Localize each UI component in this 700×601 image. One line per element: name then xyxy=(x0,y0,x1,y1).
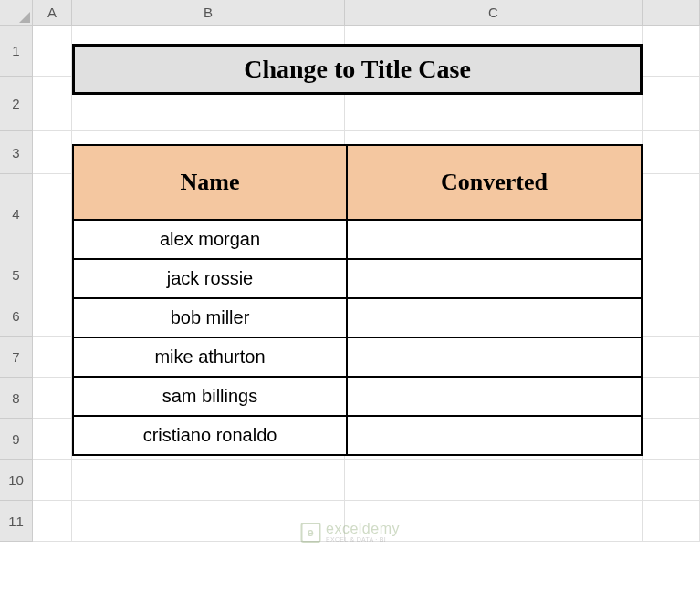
cell-d2[interactable] xyxy=(643,77,700,131)
cell-c10[interactable] xyxy=(345,460,643,501)
table-row: mike athurton xyxy=(73,337,642,377)
table-row: alex morgan xyxy=(73,220,642,259)
cell-c11[interactable] xyxy=(345,501,643,542)
cell-a3[interactable] xyxy=(33,131,72,174)
cell-a8[interactable] xyxy=(33,378,72,419)
cell-name[interactable]: jack rossie xyxy=(73,259,347,298)
cell-converted[interactable] xyxy=(347,298,642,337)
row-header-6[interactable]: 6 xyxy=(0,295,33,337)
cell-name[interactable]: mike athurton xyxy=(73,337,347,377)
row-header-3[interactable]: 3 xyxy=(0,131,33,174)
page-title: Change to Title Case xyxy=(244,55,471,84)
header-name: Name xyxy=(73,145,347,220)
cell-a6[interactable] xyxy=(33,295,72,337)
cell-name[interactable]: bob miller xyxy=(73,298,347,337)
cell-converted[interactable] xyxy=(347,377,642,416)
cell-name[interactable]: alex morgan xyxy=(73,220,347,259)
cell-a4[interactable] xyxy=(33,174,72,254)
cell-b11[interactable] xyxy=(72,501,345,542)
cell-a9[interactable] xyxy=(33,419,72,460)
table-row: bob miller xyxy=(73,298,642,337)
cell-name[interactable]: sam billings xyxy=(73,377,347,416)
cell-a5[interactable] xyxy=(33,254,72,295)
cell-converted[interactable] xyxy=(347,337,642,377)
table-row: cristiano ronaldo xyxy=(73,416,642,455)
cell-d11[interactable] xyxy=(643,501,700,542)
table-header-row: Name Converted xyxy=(73,145,642,220)
cell-a7[interactable] xyxy=(33,337,72,378)
row-header-11[interactable]: 11 xyxy=(0,501,33,542)
table-row: sam billings xyxy=(73,377,642,416)
cell-d5[interactable] xyxy=(643,254,700,295)
row-header-7[interactable]: 7 xyxy=(0,337,33,378)
cell-d6[interactable] xyxy=(643,295,700,337)
header-converted: Converted xyxy=(347,145,642,220)
row-header-4[interactable]: 4 xyxy=(0,174,33,254)
row-header-8[interactable]: 8 xyxy=(0,378,33,419)
cell-d4[interactable] xyxy=(643,174,700,254)
cell-converted[interactable] xyxy=(347,259,642,298)
cell-d1[interactable] xyxy=(643,26,700,77)
cell-a2[interactable] xyxy=(33,77,72,131)
cell-converted[interactable] xyxy=(347,416,642,455)
col-header-a[interactable]: A xyxy=(33,0,72,26)
row-header-9[interactable]: 9 xyxy=(0,419,33,460)
row-header-10[interactable]: 10 xyxy=(0,460,33,501)
cell-a10[interactable] xyxy=(33,460,72,501)
table-row: jack rossie xyxy=(73,259,642,298)
cell-b10[interactable] xyxy=(72,460,345,501)
cell-d10[interactable] xyxy=(643,460,700,501)
cell-name[interactable]: cristiano ronaldo xyxy=(73,416,347,455)
col-header-c[interactable]: C xyxy=(345,0,643,26)
row-header-2[interactable]: 2 xyxy=(0,77,33,131)
cell-a11[interactable] xyxy=(33,501,72,542)
cell-d3[interactable] xyxy=(643,131,700,174)
cell-d9[interactable] xyxy=(643,419,700,460)
cell-converted[interactable] xyxy=(347,220,642,259)
col-header-blank[interactable] xyxy=(643,0,700,26)
data-table: Name Converted alex morgan jack rossie b… xyxy=(72,144,643,456)
cell-d8[interactable] xyxy=(643,378,700,419)
col-header-b[interactable]: B xyxy=(72,0,345,26)
select-all-corner[interactable] xyxy=(0,0,33,26)
cell-d7[interactable] xyxy=(643,337,700,378)
row-header-1[interactable]: 1 xyxy=(0,26,33,77)
cell-a1[interactable] xyxy=(33,26,72,77)
title-box: Change to Title Case xyxy=(72,44,643,95)
row-header-5[interactable]: 5 xyxy=(0,254,33,295)
